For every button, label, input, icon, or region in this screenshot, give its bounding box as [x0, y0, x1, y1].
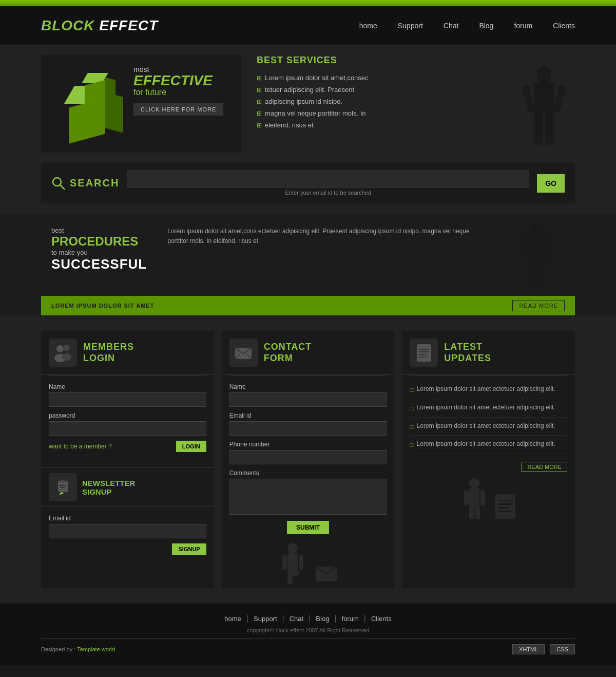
procedures-body: Lorem ipsum dolor sit amet,cons ectetuer…: [157, 214, 498, 296]
latest-updates-column: LATESTUPDATES Lorem ipsum dolor sit amet…: [402, 331, 575, 588]
search-input[interactable]: [127, 171, 529, 187]
signup-button[interactable]: SIGNUP: [172, 543, 206, 555]
logo: BLOCK EFFECT: [41, 17, 158, 34]
contact-name-input[interactable]: [229, 392, 387, 407]
nav-chat[interactable]: Chat: [444, 22, 459, 30]
hero-effective: EFFECTIVE: [133, 73, 231, 88]
svg-rect-40: [464, 490, 469, 505]
footer-nav-forum[interactable]: forum: [342, 615, 359, 623]
logo-block: BLOCK: [41, 17, 95, 33]
members-icon: [49, 338, 77, 367]
footer-nav-chat[interactable]: Chat: [290, 615, 303, 623]
svg-point-14: [56, 345, 64, 352]
search-icon-wrap: SEARCH: [51, 176, 119, 191]
pencil-icon: [54, 478, 72, 496]
login-button[interactable]: LOGIN: [176, 441, 206, 452]
footer-nav-clients[interactable]: Clients: [371, 615, 392, 623]
svg-line-7: [60, 185, 65, 190]
service-item: magna vel neque porttitor mols. In: [257, 107, 498, 119]
svg-marker-22: [59, 492, 64, 495]
svg-point-38: [469, 478, 479, 488]
nav-support[interactable]: Support: [398, 22, 423, 30]
service-item: adipiscing ipsum id nislpo.: [257, 96, 498, 107]
document-icon: [414, 343, 434, 363]
svg-rect-44: [495, 494, 515, 519]
updates-read-more-button[interactable]: READ MORE: [522, 462, 567, 472]
newsletter-icon: [49, 473, 77, 501]
footer-sep: |: [282, 614, 284, 623]
svg-point-16: [64, 345, 70, 351]
svg-rect-11: [547, 234, 553, 260]
procedures-read-more-button[interactable]: READ MORE: [512, 300, 565, 311]
svg-rect-27: [287, 553, 298, 571]
nav-clients[interactable]: Clients: [553, 22, 575, 30]
hero-cubes: [49, 60, 126, 142]
update-item: Lorem ipsum dolor sit amet ectetuer adip…: [410, 399, 567, 418]
updates-title: LATESTUPDATES: [444, 342, 491, 364]
members-body: Name password want to be a member ? LOGI…: [41, 375, 214, 467]
go-button[interactable]: GO: [537, 174, 565, 193]
person-silhouette-icon: [521, 65, 567, 153]
name-label: Name: [49, 383, 206, 390]
service-item: tetuer adipiscing elit. Praesent: [257, 84, 498, 96]
template-world: Template world: [77, 646, 115, 652]
footer-tech: Designed by : Template world XHTML CSS: [41, 638, 575, 654]
service-item: eleifend, risus et: [257, 119, 498, 131]
proc-best: best: [51, 227, 147, 234]
header: BLOCK EFFECT home Support Chat Blog foru…: [0, 6, 616, 45]
svg-rect-10: [519, 234, 526, 260]
procedures-wrapper: best PROCEDURES to make you SUCCESSFUL L…: [0, 214, 616, 315]
people-icon: [53, 343, 73, 363]
svg-rect-19: [60, 480, 66, 482]
footer-nav-support[interactable]: Support: [254, 615, 277, 623]
sitting-person-icon: [279, 542, 307, 586]
contact-email-label: Email id: [229, 412, 387, 419]
footer-badges: XHTML CSS: [512, 644, 575, 654]
footer-nav-home[interactable]: home: [224, 615, 241, 623]
xhtml-badge: XHTML: [512, 644, 545, 654]
contact-comments-label: Comments: [229, 469, 387, 477]
svg-rect-28: [282, 555, 287, 570]
nav-forum[interactable]: forum: [514, 22, 532, 30]
update-item: Lorem ipsum dolor sit amet ectetuer adip…: [410, 418, 567, 436]
login-name-input[interactable]: [49, 392, 206, 407]
svg-rect-4: [534, 111, 543, 145]
contact-icon: [229, 338, 258, 367]
contact-phone-input[interactable]: [229, 450, 387, 464]
footer-nav-blog[interactable]: Blog: [316, 615, 329, 623]
click-here-button[interactable]: CLICK HERE FOR MORE: [133, 103, 223, 116]
person-silhouette-2-icon: [513, 219, 560, 296]
contact-email-input[interactable]: [229, 421, 387, 436]
cube-small-right: [105, 77, 116, 100]
contact-comments-textarea[interactable]: [229, 479, 387, 515]
svg-rect-47: [498, 507, 509, 509]
three-columns: MEMBERSLOGIN Name password want to be a …: [41, 331, 575, 588]
hero-section: most EFFECTIVE for future CLICK HERE FOR…: [41, 55, 575, 153]
proc-to-make: to make you: [51, 249, 147, 256]
svg-rect-3: [552, 84, 567, 114]
svg-rect-35: [419, 351, 429, 352]
newsletter-email-input[interactable]: [49, 524, 206, 538]
newsletter-body: Email id SIGNUP: [41, 507, 214, 562]
search-icon: [51, 176, 66, 191]
services-list: Lorem ipsum dolor sit amet,consec tetuer…: [257, 72, 498, 131]
nav-blog[interactable]: Blog: [479, 22, 493, 30]
update-item: Lorem ipsum dolor sit amet ectetuer adip…: [410, 381, 567, 399]
service-item: Lorem ipsum dolor sit amet,consec: [257, 72, 498, 84]
silhouette-person-area: [513, 55, 575, 153]
submit-button[interactable]: SUBMIT: [287, 521, 329, 534]
member-text: want to be a member ?: [49, 443, 112, 450]
members-header: MEMBERSLOGIN: [41, 331, 214, 375]
footer-sep: |: [246, 614, 248, 623]
proc-successful: SUCCESSFUL: [51, 256, 147, 272]
svg-point-26: [287, 543, 298, 553]
procedures-silhouette: [498, 214, 575, 296]
svg-rect-46: [498, 503, 513, 505]
login-password-input[interactable]: [49, 421, 206, 436]
footer-sep: |: [309, 614, 311, 623]
contact-silhouette-area: [222, 542, 395, 588]
search-bar: SEARCH Enter your email id to be searche…: [41, 163, 575, 203]
procedures-bottom-bar: LOREM IPSUM DOLOR SIT AMET READ MORE: [41, 296, 575, 315]
footer-designed-by: Designed by : Template world: [41, 646, 115, 652]
nav-home[interactable]: home: [359, 22, 377, 30]
